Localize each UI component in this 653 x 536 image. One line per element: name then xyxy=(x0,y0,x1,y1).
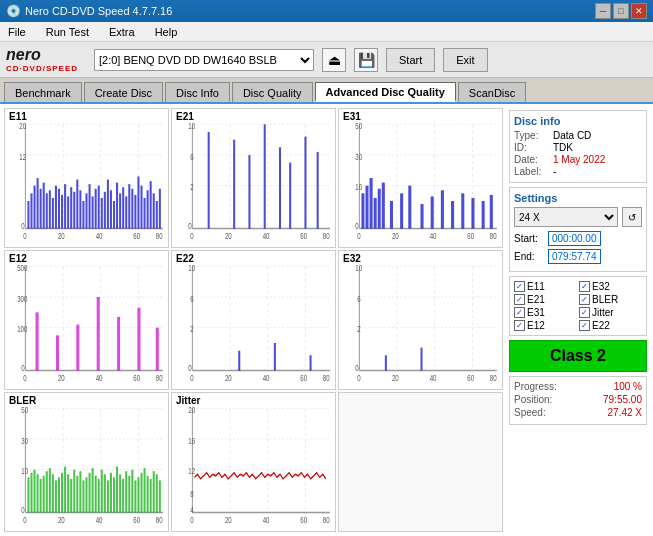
menu-help[interactable]: Help xyxy=(151,24,182,40)
svg-text:0: 0 xyxy=(190,373,194,384)
right-panel: Disc info Type: Data CD ID: TDK Date: 1 … xyxy=(507,108,649,532)
cb-e32-box[interactable]: ✓ xyxy=(579,281,590,292)
svg-rect-24 xyxy=(52,198,54,229)
disc-date-row: Date: 1 May 2022 xyxy=(514,154,642,165)
svg-text:20: 20 xyxy=(392,373,399,384)
svg-text:6: 6 xyxy=(190,151,193,162)
svg-rect-45 xyxy=(116,183,118,229)
svg-text:80: 80 xyxy=(323,231,330,242)
maximize-button[interactable]: □ xyxy=(613,3,629,19)
svg-text:60: 60 xyxy=(300,231,307,242)
svg-rect-58 xyxy=(156,201,158,229)
svg-text:0: 0 xyxy=(23,373,27,384)
menu-extra[interactable]: Extra xyxy=(105,24,139,40)
menu-file[interactable]: File xyxy=(4,24,30,40)
svg-rect-236 xyxy=(140,473,142,513)
tab-benchmark[interactable]: Benchmark xyxy=(4,82,82,102)
svg-text:8: 8 xyxy=(190,489,193,500)
svg-rect-142 xyxy=(156,328,159,371)
cb-e11-label: E11 xyxy=(527,281,545,292)
cb-e22-label: E22 xyxy=(592,320,610,331)
cb-e11-box[interactable]: ✓ xyxy=(514,281,525,292)
disc-type-label: Type: xyxy=(514,130,549,141)
progress-row: Progress: 100 % xyxy=(514,381,642,392)
svg-rect-205 xyxy=(46,471,48,512)
svg-text:0: 0 xyxy=(188,220,192,231)
class-badge: Class 2 xyxy=(509,340,647,372)
svg-rect-36 xyxy=(89,184,91,228)
disc-info-title: Disc info xyxy=(514,115,642,127)
svg-text:12: 12 xyxy=(188,466,195,477)
svg-rect-242 xyxy=(159,480,161,512)
svg-text:20: 20 xyxy=(58,373,65,384)
svg-text:0: 0 xyxy=(23,515,27,526)
svg-text:100: 100 xyxy=(17,324,28,335)
svg-text:60: 60 xyxy=(300,373,307,384)
cb-bler: ✓ BLER xyxy=(579,294,642,305)
svg-text:4: 4 xyxy=(190,504,194,515)
cb-e21-label: E21 xyxy=(527,294,545,305)
svg-rect-38 xyxy=(95,189,97,229)
minimize-button[interactable]: ─ xyxy=(595,3,611,19)
svg-text:2: 2 xyxy=(357,324,360,335)
svg-rect-23 xyxy=(49,190,51,228)
svg-text:20: 20 xyxy=(225,373,232,384)
menu-run-test[interactable]: Run Test xyxy=(42,24,93,40)
cb-e21-box[interactable]: ✓ xyxy=(514,294,525,305)
svg-rect-225 xyxy=(107,480,109,512)
exit-button[interactable]: Exit xyxy=(443,48,487,72)
logo-sub: CD·DVD/SPEED xyxy=(6,64,78,73)
refresh-button[interactable]: ↺ xyxy=(622,207,642,227)
tab-scan-disc[interactable]: ScanDisc xyxy=(458,82,526,102)
chart-empty xyxy=(338,392,503,532)
svg-rect-219 xyxy=(89,473,91,513)
tab-disc-quality[interactable]: Disc Quality xyxy=(232,82,313,102)
svg-text:40: 40 xyxy=(96,373,103,384)
drive-select[interactable]: [2:0] BENQ DVD DD DW1640 BSLB xyxy=(94,49,314,71)
tab-disc-info[interactable]: Disc Info xyxy=(165,82,230,102)
cb-e12-box[interactable]: ✓ xyxy=(514,320,525,331)
svg-rect-211 xyxy=(64,467,66,513)
cb-e22-box[interactable]: ✓ xyxy=(579,320,590,331)
tab-advanced-disc-quality[interactable]: Advanced Disc Quality xyxy=(315,82,456,102)
svg-rect-83 xyxy=(304,137,306,229)
cb-bler-box[interactable]: ✓ xyxy=(579,294,590,305)
svg-text:40: 40 xyxy=(263,231,270,242)
svg-rect-238 xyxy=(147,476,149,513)
svg-text:60: 60 xyxy=(133,515,140,526)
svg-rect-37 xyxy=(92,196,94,228)
svg-rect-32 xyxy=(76,180,78,229)
close-button[interactable]: ✕ xyxy=(631,3,647,19)
svg-rect-84 xyxy=(317,152,319,229)
svg-text:16: 16 xyxy=(188,435,195,446)
svg-rect-56 xyxy=(150,181,152,229)
eject-button[interactable]: ⏏ xyxy=(322,48,346,72)
svg-rect-234 xyxy=(134,480,136,512)
svg-text:60: 60 xyxy=(133,373,140,384)
progress-section: Progress: 100 % Position: 79:55.00 Speed… xyxy=(509,376,647,425)
charts-grid: E11 20 12 0 0 20 40 60 80 xyxy=(4,108,503,532)
cb-e31-box[interactable]: ✓ xyxy=(514,307,525,318)
save-button[interactable]: 💾 xyxy=(354,48,378,72)
svg-rect-115 xyxy=(461,193,464,228)
svg-rect-108 xyxy=(390,201,393,229)
chart-e12-title: E12 xyxy=(9,253,27,264)
svg-rect-139 xyxy=(97,297,100,371)
end-time-row: End: 079:57.74 xyxy=(514,249,642,264)
svg-rect-17 xyxy=(30,193,32,228)
svg-rect-59 xyxy=(159,189,161,229)
svg-text:0: 0 xyxy=(355,362,359,373)
end-label: End: xyxy=(514,251,544,262)
cb-jitter-box[interactable]: ✓ xyxy=(579,307,590,318)
speed-select[interactable]: 24 X xyxy=(514,207,618,227)
svg-text:60: 60 xyxy=(133,231,140,242)
svg-text:80: 80 xyxy=(323,373,330,384)
checkboxes-grid: ✓ E11 ✓ E32 ✓ E21 ✓ BLER ✓ E31 xyxy=(514,281,642,331)
svg-rect-213 xyxy=(70,479,72,513)
svg-text:80: 80 xyxy=(323,515,330,526)
svg-rect-105 xyxy=(374,198,377,229)
svg-text:0: 0 xyxy=(21,362,25,373)
start-button[interactable]: Start xyxy=(386,48,435,72)
svg-text:10: 10 xyxy=(21,466,28,477)
tab-create-disc[interactable]: Create Disc xyxy=(84,82,163,102)
